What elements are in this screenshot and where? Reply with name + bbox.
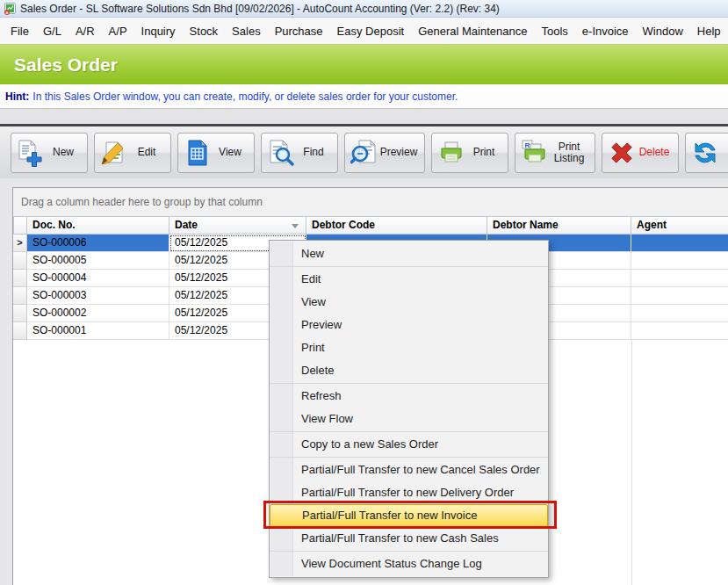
menu-help[interactable]: Help bbox=[690, 21, 728, 41]
find-document-icon bbox=[267, 139, 295, 167]
row-indicator bbox=[13, 270, 27, 287]
group-by-panel[interactable]: Drag a column header here to group by th… bbox=[13, 188, 728, 216]
hint-label: Hint: bbox=[5, 90, 29, 103]
cell-doc-no[interactable]: SO-000005 bbox=[27, 252, 169, 270]
refresh-icon bbox=[691, 139, 719, 167]
menu-ar[interactable]: A/R bbox=[68, 21, 102, 41]
menu-purchase[interactable]: Purchase bbox=[268, 21, 330, 41]
menu-ap[interactable]: A/P bbox=[102, 21, 134, 41]
context-menu-item-refresh[interactable]: Refresh bbox=[270, 385, 548, 408]
delete-button-label: Delete bbox=[636, 147, 673, 158]
cell-agent[interactable] bbox=[631, 252, 728, 270]
menu-gl[interactable]: G/L bbox=[36, 21, 68, 41]
context-menu-separator bbox=[270, 383, 548, 384]
context-menu: New Edit View Preview Print Delete Refre… bbox=[269, 240, 549, 578]
new-document-plus-icon bbox=[17, 139, 45, 167]
cell-agent[interactable] bbox=[631, 235, 728, 252]
context-menu-item-transfer-delivery-order[interactable]: Partial/Full Transfer to new Delivery Or… bbox=[270, 481, 548, 504]
edit-button-label: Edit bbox=[128, 147, 165, 158]
print-listing-button-label: Print Listing bbox=[549, 141, 589, 164]
context-menu-item-transfer-cancel-sales-order[interactable]: Partial/Full Transfer to new Cancel Sale… bbox=[270, 459, 548, 481]
view-button-label: View bbox=[212, 147, 249, 158]
column-header-doc-no[interactable]: Doc. No. bbox=[27, 216, 169, 235]
edit-pencil-icon bbox=[100, 139, 128, 167]
new-button-label: New bbox=[45, 147, 82, 158]
window-title: Sales Order - SL Software Solutions Sdn … bbox=[20, 3, 500, 15]
menu-file[interactable]: File bbox=[4, 21, 36, 41]
find-button[interactable]: Find bbox=[261, 133, 338, 173]
row-indicator bbox=[13, 287, 27, 305]
hint-text: In this Sales Order window, you can crea… bbox=[32, 90, 458, 103]
context-menu-item-new[interactable]: New bbox=[270, 242, 548, 265]
edit-button[interactable]: Edit bbox=[94, 133, 171, 173]
menu-window[interactable]: Window bbox=[636, 21, 690, 41]
agent-column-gridline bbox=[631, 340, 632, 585]
toolbar: New Edit View bbox=[0, 124, 728, 178]
context-menu-item-delete[interactable]: Delete bbox=[270, 359, 548, 382]
menu-stock[interactable]: Stock bbox=[183, 21, 226, 41]
row-indicator bbox=[13, 252, 27, 270]
row-indicator bbox=[13, 322, 27, 340]
preview-magnifier-icon bbox=[350, 139, 378, 167]
menu-bar: File G/L A/R A/P Inquiry Stock Sales Pur… bbox=[0, 18, 728, 44]
delete-button[interactable]: Delete bbox=[602, 133, 679, 173]
spacer-strip bbox=[0, 109, 728, 124]
view-button[interactable]: View bbox=[177, 133, 255, 173]
menu-easy-deposit[interactable]: Easy Deposit bbox=[330, 21, 412, 41]
context-menu-separator bbox=[270, 431, 548, 432]
refresh-button[interactable]: R bbox=[685, 133, 728, 173]
menu-inquiry[interactable]: Inquiry bbox=[134, 21, 183, 41]
column-header-debtor-code[interactable]: Debtor Code bbox=[306, 216, 487, 235]
cell-doc-no[interactable]: SO-000006 bbox=[27, 235, 169, 252]
view-document-icon bbox=[184, 139, 212, 167]
context-menu-item-view-flow[interactable]: View Flow bbox=[270, 408, 548, 430]
context-menu-separator bbox=[270, 266, 548, 267]
cell-agent[interactable] bbox=[631, 270, 728, 287]
context-menu-item-view[interactable]: View bbox=[270, 291, 548, 314]
context-menu-item-preview[interactable]: Preview bbox=[270, 314, 548, 336]
context-menu-item-print[interactable]: Print bbox=[270, 336, 548, 359]
cell-doc-no[interactable]: SO-000002 bbox=[27, 305, 169, 322]
svg-text:a: a bbox=[5, 10, 8, 15]
print-listing-button[interactable]: R Print Listing bbox=[515, 133, 595, 173]
preview-button-label: Preview bbox=[378, 147, 419, 158]
printer-icon bbox=[437, 139, 465, 167]
column-header-date[interactable]: Date bbox=[169, 216, 306, 235]
cell-doc-no[interactable]: SO-000003 bbox=[27, 287, 169, 305]
autocount-logo-icon: a bbox=[4, 3, 16, 15]
preview-button[interactable]: Preview bbox=[344, 133, 425, 173]
row-indicator bbox=[13, 305, 27, 322]
row-indicator-header bbox=[13, 216, 27, 235]
hint-bar: Hint: In this Sales Order window, you ca… bbox=[0, 84, 728, 109]
find-button-label: Find bbox=[295, 147, 332, 158]
column-header-agent[interactable]: Agent bbox=[631, 216, 728, 235]
page-title: Sales Order bbox=[14, 54, 118, 76]
context-menu-item-transfer-cash-sales[interactable]: Partial/Full Transfer to new Cash Sales bbox=[270, 527, 548, 550]
refresh-button-label: R bbox=[719, 147, 728, 158]
context-menu-item-transfer-invoice-highlighted[interactable]: Partial/Full Transfer to new Invoice bbox=[270, 504, 548, 527]
menu-sales[interactable]: Sales bbox=[225, 21, 268, 41]
cell-agent[interactable] bbox=[631, 322, 728, 340]
cell-agent[interactable] bbox=[631, 305, 728, 322]
menu-tools[interactable]: Tools bbox=[534, 21, 574, 41]
context-menu-item-view-document-status-change-log[interactable]: View Document Status Change Log bbox=[270, 552, 548, 575]
cell-doc-no[interactable]: SO-000004 bbox=[27, 270, 169, 287]
cell-doc-no[interactable]: SO-000001 bbox=[27, 322, 169, 340]
column-header-debtor-name[interactable]: Debtor Name bbox=[487, 216, 631, 235]
new-button[interactable]: New bbox=[11, 133, 88, 173]
sort-descending-icon bbox=[292, 224, 299, 228]
context-menu-separator bbox=[270, 551, 548, 552]
page-header: Sales Order bbox=[0, 44, 728, 84]
print-button-label: Print bbox=[465, 147, 502, 158]
menu-e-invoice[interactable]: e-Invoice bbox=[575, 21, 636, 41]
row-indicator-arrow: > bbox=[13, 235, 27, 252]
delete-x-icon bbox=[608, 139, 636, 167]
application-window: a Sales Order - SL Software Solutions Sd… bbox=[0, 0, 728, 585]
printer-listing-icon: R bbox=[521, 139, 549, 167]
context-menu-item-edit[interactable]: Edit bbox=[270, 268, 548, 291]
context-menu-item-copy-to-new-sales-order[interactable]: Copy to a new Sales Order bbox=[270, 433, 548, 456]
cell-agent[interactable] bbox=[631, 287, 728, 305]
title-bar: a Sales Order - SL Software Solutions Sd… bbox=[0, 0, 728, 18]
menu-general-maintenance[interactable]: General Maintenance bbox=[411, 21, 534, 41]
print-button[interactable]: Print bbox=[431, 133, 508, 173]
